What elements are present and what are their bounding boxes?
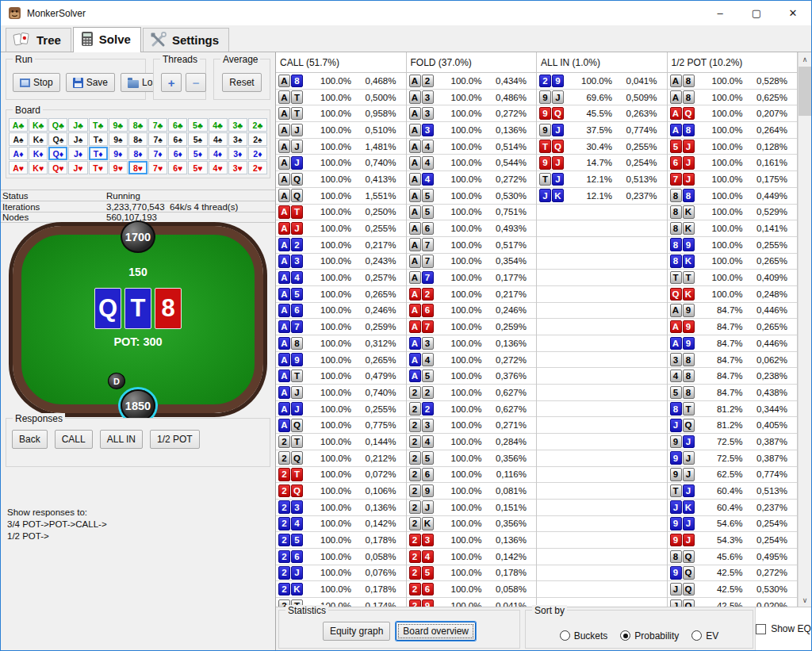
board-card-9h[interactable]: 9♥ — [109, 161, 128, 174]
tab-settings[interactable]: Settings — [143, 28, 229, 52]
strategy-row[interactable]: 4884.7%0,238% — [668, 368, 798, 385]
strategy-row[interactable]: 29100.0%0,041% — [407, 598, 537, 607]
strategy-row[interactable]: 9J14.7%0,254% — [537, 155, 667, 171]
scroll-down-icon[interactable]: ∨ — [799, 593, 811, 607]
board-card-7h[interactable]: 7♥ — [148, 161, 167, 174]
strategy-row[interactable]: 2Q100.0%0,106% — [276, 483, 406, 500]
strategy-row[interactable]: 26100.0%0,058% — [276, 549, 406, 565]
strategy-row[interactable]: A8100.0%0,264% — [668, 122, 798, 139]
strategy-row[interactable]: A4100.0%0,514% — [407, 139, 537, 155]
board-card-3d[interactable]: 3♦ — [228, 147, 247, 160]
halfpot-button[interactable]: 1/2 POT — [150, 430, 200, 449]
board-card-Kc[interactable]: K♣ — [29, 118, 48, 132]
board-card-3c[interactable]: 3♣ — [228, 118, 247, 132]
strategy-row[interactable]: 7J100.0%0,175% — [668, 171, 798, 188]
board-card-Ks[interactable]: K♠ — [29, 132, 48, 146]
board-card-4c[interactable]: 4♣ — [209, 118, 228, 132]
strategy-row[interactable]: 25100.0%0,178% — [276, 532, 406, 549]
strategy-row[interactable]: 2T100.0%0,144% — [276, 434, 406, 450]
board-card-Js[interactable]: J♠ — [68, 132, 87, 146]
strategy-row[interactable]: 8T81.2%0,344% — [668, 401, 798, 418]
strategy-row[interactable]: 9Q42.5%0,272% — [668, 565, 798, 582]
strategy-row[interactable]: 9J37.5%0,774% — [537, 122, 667, 139]
radio-buckets[interactable]: Buckets — [560, 623, 608, 648]
strategy-row[interactable]: 8Q45.6%0,495% — [668, 549, 798, 565]
strategy-row[interactable]: 8K100.0%0,265% — [668, 254, 798, 270]
strategy-row[interactable]: A984.7%0,446% — [668, 303, 798, 320]
strategy-row[interactable]: A3100.0%0,486% — [407, 90, 537, 106]
strategy-row[interactable]: A4100.0%0,272% — [407, 352, 537, 369]
strategy-row[interactable]: 9J54.3%0,254% — [668, 532, 798, 549]
board-card-4h[interactable]: 4♥ — [209, 161, 228, 174]
strategy-row[interactable]: AQ100.0%0,775% — [276, 417, 406, 434]
strategy-row[interactable]: AQ100.0%0,413% — [276, 171, 406, 188]
remove-thread-button[interactable]: − — [186, 73, 206, 92]
strategy-row[interactable]: 26100.0%0,116% — [407, 467, 537, 484]
board-card-2c[interactable]: 2♣ — [248, 118, 267, 132]
strategy-row[interactable]: A6100.0%0,493% — [407, 220, 537, 237]
board-card-Ad[interactable]: A♦ — [9, 147, 28, 160]
strategy-row[interactable]: A2100.0%0,434% — [407, 73, 537, 90]
strategy-row[interactable]: 24100.0%0,142% — [407, 549, 537, 565]
board-card-3h[interactable]: 3♥ — [228, 161, 247, 174]
board-card-Jd[interactable]: J♦ — [68, 147, 87, 160]
minimize-button[interactable]: – — [702, 1, 738, 25]
strategy-row[interactable]: 2T100.0%0,072% — [276, 467, 406, 484]
strategy-row[interactable]: AT100.0%0,500% — [276, 90, 406, 106]
strategy-row[interactable]: A7100.0%0,177% — [407, 270, 537, 286]
strategy-row[interactable]: A7100.0%0,354% — [407, 254, 537, 270]
strategy-row[interactable]: 9J72.5%0,387% — [668, 434, 798, 450]
board-card-9c[interactable]: 9♣ — [109, 118, 128, 132]
strategy-row[interactable]: 24100.0%0,284% — [407, 434, 537, 450]
board-card-Jc[interactable]: J♣ — [68, 118, 87, 132]
strategy-row[interactable]: A6100.0%0,246% — [276, 303, 406, 320]
board-card-8c[interactable]: 8♣ — [128, 118, 147, 132]
strategy-row[interactable]: A7100.0%0,517% — [407, 237, 537, 254]
strategy-row[interactable]: A984.7%0,265% — [668, 319, 798, 335]
strategy-row[interactable]: 2J100.0%0,076% — [276, 565, 406, 582]
strategy-row[interactable]: A8100.0%0,312% — [276, 335, 406, 352]
board-card-8d[interactable]: 8♦ — [128, 147, 147, 160]
board-card-6c[interactable]: 6♣ — [168, 118, 187, 132]
board-card-7s[interactable]: 7♠ — [148, 132, 167, 146]
board-card-3s[interactable]: 3♠ — [228, 132, 247, 146]
board-card-Qd[interactable]: Q♦ — [48, 147, 67, 160]
board-card-4s[interactable]: 4♠ — [209, 132, 228, 146]
strategy-row[interactable]: A984.7%0,446% — [668, 335, 798, 352]
strategy-row[interactable]: AJ100.0%0,255% — [276, 401, 406, 418]
board-card-Th[interactable]: T♥ — [89, 161, 108, 174]
strategy-row[interactable]: AJ100.0%0,510% — [276, 122, 406, 139]
strategy-row[interactable]: A4100.0%0,544% — [407, 155, 537, 171]
strategy-row[interactable]: TJ12.1%0,513% — [537, 171, 667, 188]
strategy-row[interactable]: AJ100.0%0,255% — [276, 220, 406, 237]
strategy-row[interactable]: 3884.7%0,062% — [668, 352, 798, 369]
board-card-Ac[interactable]: A♣ — [9, 118, 28, 132]
board-card-2s[interactable]: 2♠ — [248, 132, 267, 146]
board-card-6h[interactable]: 6♥ — [168, 161, 187, 174]
strategy-row[interactable]: A4100.0%0,272% — [407, 171, 537, 188]
stop-button[interactable]: Stop — [13, 73, 60, 92]
allin-button[interactable]: ALL IN — [100, 430, 143, 449]
strategy-row[interactable]: AQ100.0%1,551% — [276, 188, 406, 205]
strategy-row[interactable]: TQ30.4%0,255% — [537, 139, 667, 155]
board-card-As[interactable]: A♠ — [9, 132, 28, 146]
strategy-row[interactable]: A5100.0%0,530% — [407, 188, 537, 205]
show-eq-checkbox[interactable] — [756, 624, 766, 634]
board-card-8h[interactable]: 8♥ — [128, 161, 147, 174]
equity-graph-button[interactable]: Equity graph — [323, 622, 390, 641]
board-card-Ah[interactable]: A♥ — [9, 161, 28, 174]
strategy-row[interactable]: 9J54.6%0,254% — [668, 516, 798, 533]
strategy-row[interactable]: 2Q100.0%0,212% — [276, 450, 406, 467]
strategy-row[interactable]: 23100.0%0,136% — [407, 532, 537, 549]
strategy-row[interactable]: 25100.0%0,178% — [407, 565, 537, 582]
strategy-row[interactable]: 9J72.5%0,387% — [668, 450, 798, 467]
board-card-Td[interactable]: T♦ — [89, 147, 108, 160]
radio-ev[interactable]: EV — [691, 623, 718, 648]
strategy-row[interactable]: AT100.0%0,479% — [276, 368, 406, 385]
board-card-Qc[interactable]: Q♣ — [48, 118, 67, 132]
tab-solve[interactable]: Solve — [73, 27, 141, 52]
strategy-row[interactable]: A5100.0%0,376% — [407, 368, 537, 385]
strategy-row[interactable]: 24100.0%0,142% — [276, 516, 406, 533]
add-thread-button[interactable]: + — [161, 73, 182, 92]
maximize-button[interactable]: ▢ — [738, 1, 775, 25]
